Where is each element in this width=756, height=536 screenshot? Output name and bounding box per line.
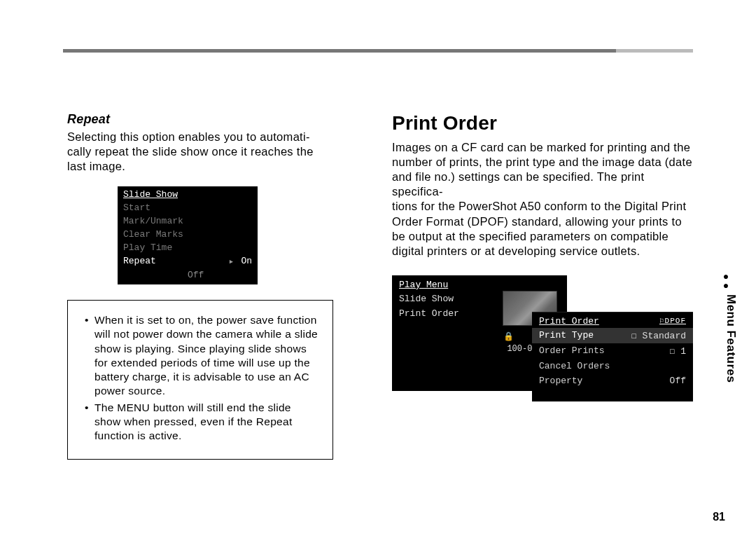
dpof-badge: ⚐DPOF xyxy=(659,316,686,327)
print-order-paragraph: Images on a CF card can be marked for pr… xyxy=(392,140,693,259)
note-item: The MENU button will still end the slide… xyxy=(85,401,318,443)
lcd-item: Clear Marks xyxy=(118,228,258,241)
lcd-row: Property Off xyxy=(532,373,693,388)
note-item: When it is set to on, the power save fun… xyxy=(85,313,318,398)
lcd-row: Cancel Orders xyxy=(532,359,693,373)
lcd-active-row: Repeat ▸ On xyxy=(118,254,258,268)
slide-show-menu-screenshot: Slide Show Start Mark/Unmark Clear Marks… xyxy=(118,186,258,284)
lcd-row-label: Property xyxy=(539,376,582,386)
lcd-row-value: Off xyxy=(670,376,686,386)
lcd-row: Order Prints ☐ 1 xyxy=(532,343,693,359)
page-number: 81 xyxy=(713,511,725,523)
side-indicator-dots: ●● xyxy=(721,272,731,290)
lcd-row-value: ☐ Standard xyxy=(631,330,686,341)
chevron-right-icon: ▸ xyxy=(229,256,234,267)
lcd-title: Slide Show xyxy=(118,186,258,201)
lcd-item: Mark/Unmark xyxy=(118,214,258,228)
note-box: When it is set to on, the power save fun… xyxy=(67,300,333,459)
print-order-heading: Print Order xyxy=(392,112,693,135)
left-column: Repeat Selecting this option enables you… xyxy=(67,112,333,460)
right-column: Print Order Images on a CF card can be m… xyxy=(392,112,693,401)
header-rule xyxy=(63,49,693,53)
lcd-title: Play Menu xyxy=(392,275,567,291)
lcd-active-label: Repeat xyxy=(123,256,222,267)
lcd-row-value: ☐ 1 xyxy=(670,345,686,357)
print-order-submenu-screenshot: Print Order ⚐DPOF Print Type ☐ Standard … xyxy=(532,312,693,401)
repeat-heading: Repeat xyxy=(67,112,333,127)
lcd-item: Play Time xyxy=(118,241,258,254)
print-order-screenshots: Play Menu Slide Show Print Order 🔒 100-0… xyxy=(392,275,693,401)
lcd-row-label: Print Type xyxy=(539,330,594,341)
lcd-title: Print Order xyxy=(539,316,599,327)
section-label: Menu Features xyxy=(724,294,738,383)
lcd-row: Print Type ☐ Standard xyxy=(532,328,693,343)
lcd-active-value: On xyxy=(241,256,252,267)
repeat-paragraph: Selecting this option enables you to aut… xyxy=(67,130,333,174)
lcd-row-label: Cancel Orders xyxy=(539,361,610,371)
lcd-other-value: Off xyxy=(118,268,258,284)
lcd-item: Start xyxy=(118,201,258,214)
lock-icon: 🔒 xyxy=(503,331,514,342)
lcd-row-label: Order Prints xyxy=(539,345,605,357)
